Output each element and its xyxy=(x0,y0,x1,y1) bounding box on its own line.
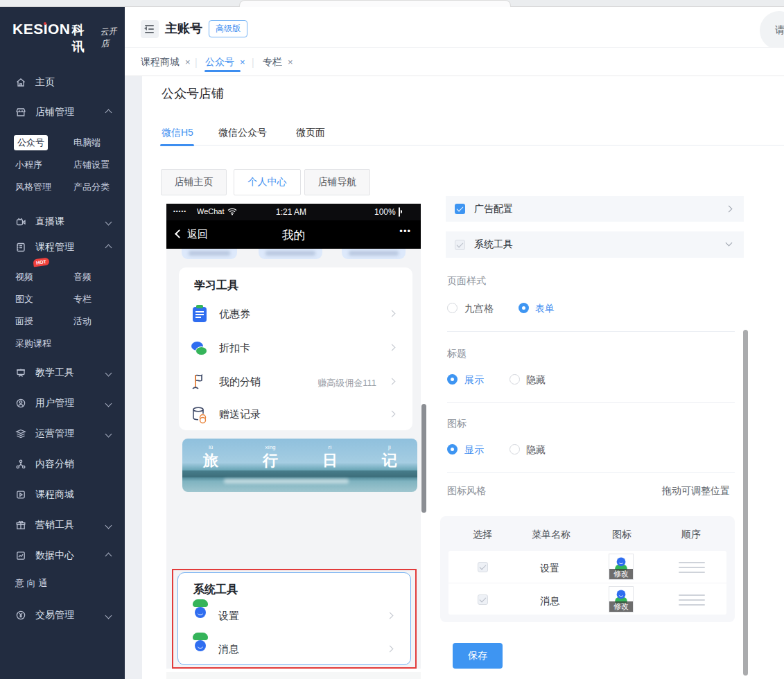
more-icon[interactable]: ••• xyxy=(399,226,411,236)
list-item-discount-card[interactable]: 折扣卡 xyxy=(179,332,412,366)
subtab-personal-center[interactable]: 个人中心 xyxy=(234,169,301,195)
sidebar-item-operation-manage[interactable]: 运营管理 xyxy=(0,422,125,446)
radio-title-show-label[interactable]: 展示 xyxy=(464,374,484,387)
subtab-shop-nav[interactable]: 店铺导航 xyxy=(304,169,370,195)
workspace-tab-column[interactable]: 专栏× xyxy=(263,56,293,69)
sidebar-subitem-pc[interactable]: 电脑端 xyxy=(73,136,101,149)
sidebar-subitem-offline[interactable]: 面授 xyxy=(15,315,33,328)
section-row-system-tools[interactable]: 系统工具 xyxy=(446,231,744,258)
radio-title-show[interactable] xyxy=(447,374,458,385)
radio-title-hide-label[interactable]: 隐藏 xyxy=(526,374,546,387)
sidebar-item-label: 课程管理 xyxy=(35,241,74,254)
section-row-ad-config[interactable]: 广告配置 xyxy=(446,196,744,222)
close-icon[interactable]: × xyxy=(288,57,293,67)
cropped-quick-button[interactable] xyxy=(259,249,322,259)
sidebar-subitem-audio[interactable]: 音频 xyxy=(73,271,92,283)
sidebar-subitem-purchase-course[interactable]: 采购课程 xyxy=(15,337,51,350)
sidebar-item-course-mall[interactable]: 课程商城 xyxy=(0,483,125,506)
subtab-shop-home[interactable]: 店铺主页 xyxy=(161,169,227,195)
active-tab-ink xyxy=(160,144,194,146)
sidebar-subitem-video[interactable]: 视频 xyxy=(15,271,33,283)
sidebar-item-content-distribution[interactable]: 内容分销 xyxy=(0,452,125,476)
battery-percent: 100% xyxy=(374,207,396,217)
sidebar-item-shop-manage[interactable]: 店铺管理 xyxy=(0,100,125,124)
radio-icon-show[interactable] xyxy=(447,444,458,455)
header-corner-avatar[interactable]: 请 xyxy=(760,11,784,50)
radio-grid[interactable] xyxy=(447,303,458,313)
radio-icon-show-label[interactable]: 显示 xyxy=(464,444,484,457)
sidebar-collapse-button[interactable] xyxy=(141,20,159,38)
sidebar-subitem-product-category[interactable]: 产品分类 xyxy=(73,181,110,193)
sidebar-subitem-gongzhonghao[interactable]: 公众号 xyxy=(14,135,48,150)
home-icon xyxy=(15,77,26,88)
edit-icon-overlay[interactable]: 修改 xyxy=(609,601,633,612)
close-icon[interactable]: × xyxy=(185,57,191,67)
list-item-my-distribution[interactable]: 我的分销 赚高级佣金111 xyxy=(179,366,412,400)
gift-record-icon xyxy=(191,406,208,424)
banner-char: 记 xyxy=(382,452,397,469)
subtab-label: 个人中心 xyxy=(248,176,287,188)
system-tools-checkbox-disabled[interactable] xyxy=(455,240,465,250)
radio-icon-hide[interactable] xyxy=(509,444,520,455)
sidebar-item-user-manage[interactable]: 用户管理 xyxy=(0,391,125,415)
row-icon-cell[interactable]: 修改 xyxy=(609,554,634,580)
workspace-tab-label: 课程商城 xyxy=(141,56,180,67)
workspace-tab-gongzhonghao[interactable]: 公众号× xyxy=(205,56,245,69)
brand-logo-suffix: 云开店 xyxy=(100,25,126,50)
sidebar-subitem-style-manage[interactable]: 风格管理 xyxy=(15,181,51,193)
list-item-messages[interactable]: 消息 xyxy=(178,634,412,664)
sidebar-item-course-manage[interactable]: 课程管理 xyxy=(0,236,125,259)
system-tools-card[interactable]: 系统工具 设置 消息 xyxy=(177,572,411,665)
cropped-quick-button[interactable] xyxy=(342,249,406,259)
sidebar-item-teaching-tools[interactable]: 教学工具 xyxy=(0,361,125,385)
sidebar-subitem-shop-settings[interactable]: 店铺设置 xyxy=(73,159,110,171)
drag-handle-icon[interactable] xyxy=(679,594,705,609)
radio-title-hide[interactable] xyxy=(509,374,520,385)
sidebar-item-live-course[interactable]: 直播课 xyxy=(0,210,125,233)
banner-image[interactable]: lü旅 xíng行 rì日 jì记 xyxy=(182,439,417,492)
sidebar-subitem-activity[interactable]: 活动 xyxy=(73,315,92,328)
sidebar-item-trade-manage[interactable]: 交易管理 xyxy=(0,603,125,627)
ad-config-checkbox[interactable] xyxy=(455,204,465,214)
radio-form[interactable] xyxy=(519,303,529,313)
panel-scrollbar-thumb[interactable] xyxy=(743,330,748,676)
sidebar-subitem-yixiangtong[interactable]: 意 向 通 xyxy=(15,577,47,590)
item-note: 赚高级佣金111 xyxy=(317,377,376,389)
menu-fold-icon-line2 xyxy=(145,32,154,33)
workspace-tab-course-mall[interactable]: 课程商城× xyxy=(141,56,191,69)
drag-handle-icon[interactable] xyxy=(679,562,705,576)
sidebar-subitem-miniprogram[interactable]: 小程序 xyxy=(15,159,42,171)
banner-subtext-blur xyxy=(224,479,349,484)
radio-icon-hide-label[interactable]: 隐藏 xyxy=(526,444,546,457)
tab-wechat-h5[interactable]: 微信H5 xyxy=(162,127,193,139)
list-item-coupon[interactable]: 优惠券 xyxy=(179,298,412,332)
sidebar-subitem-column[interactable]: 专栏 xyxy=(73,293,92,306)
sidebar-item-data-center[interactable]: 数据中心 xyxy=(0,544,125,567)
edit-icon-overlay[interactable]: 修改 xyxy=(609,569,633,579)
chevron-down-icon xyxy=(105,430,112,437)
subtab-label: 店铺导航 xyxy=(318,176,357,188)
save-button[interactable]: 保存 xyxy=(453,643,503,669)
list-item-gift-record[interactable]: 赠送记录 xyxy=(179,400,412,430)
radio-grid-label[interactable]: 九宫格 xyxy=(464,303,494,315)
list-item-settings[interactable]: 设置 xyxy=(178,601,412,631)
cropped-quick-button[interactable] xyxy=(182,249,237,259)
system-tools-selection-outline: 系统工具 设置 消息 xyxy=(172,569,417,669)
tab-separator: | xyxy=(252,57,254,68)
sidebar-item-label: 运营管理 xyxy=(35,427,74,440)
sidebar-subitem-article[interactable]: 图文 xyxy=(15,293,33,306)
sidebar-item-marketing-tools[interactable]: 营销工具 xyxy=(0,513,125,537)
phone-scrollbar-thumb[interactable] xyxy=(421,404,426,513)
close-icon[interactable]: × xyxy=(240,57,245,67)
learning-tools-card[interactable]: 学习工具 优惠券 折扣卡 我的分销 赚高级佣金111 xyxy=(179,267,412,430)
item-label: 折扣卡 xyxy=(219,342,250,355)
row-checkbox-disabled[interactable] xyxy=(478,594,488,605)
tab-wechat-official[interactable]: 微信公众号 xyxy=(218,127,267,139)
row-icon-cell[interactable]: 修改 xyxy=(609,586,634,612)
sidebar-item-home[interactable]: 主页 xyxy=(0,71,125,94)
radio-form-label[interactable]: 表单 xyxy=(535,303,555,315)
tab-micro-page[interactable]: 微页面 xyxy=(296,127,325,139)
row-checkbox-disabled[interactable] xyxy=(478,562,488,572)
browser-chrome-strip xyxy=(0,0,784,7)
divider xyxy=(447,331,735,332)
